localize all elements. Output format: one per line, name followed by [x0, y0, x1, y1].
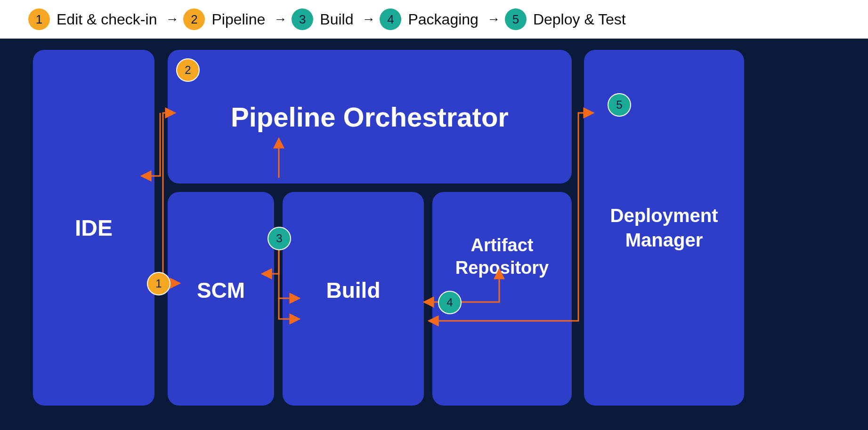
- box-ar-line1: Artifact: [471, 235, 533, 255]
- arrow-right-icon: →: [274, 12, 287, 27]
- flow-badge-3: 3: [268, 227, 291, 250]
- legend-label-2: Pipeline: [211, 11, 265, 28]
- box-po-label: Pipeline Orchestrator: [231, 101, 509, 133]
- legend-label-1: Edit & check-in: [57, 11, 157, 28]
- box-dm-line1: Deployment: [610, 205, 718, 226]
- flow-badge-2: 2: [176, 58, 200, 82]
- legend-label-3: Build: [320, 11, 353, 28]
- legend-bar: 1 Edit & check-in → 2 Pipeline → 3 Build…: [0, 0, 868, 39]
- legend-badge-1: 1: [28, 8, 50, 30]
- box-scm-label: SCM: [197, 278, 245, 303]
- box-ar-label: Artifact Repository: [455, 234, 549, 279]
- legend-item-2: 2 Pipeline →: [183, 8, 287, 30]
- arrow-right-icon: →: [487, 12, 500, 27]
- arrow-right-icon: →: [165, 12, 178, 27]
- legend-label-5: Deploy & Test: [533, 11, 626, 28]
- box-ide: IDE: [33, 50, 154, 406]
- box-dm-label: Deployment Manager: [610, 203, 718, 252]
- flow-badge-1: 1: [147, 272, 170, 295]
- box-ide-label: IDE: [75, 215, 113, 241]
- legend-item-4: 4 Packaging →: [380, 8, 500, 30]
- box-ar-line2: Repository: [455, 258, 549, 278]
- legend-badge-3: 3: [292, 8, 313, 30]
- diagram-stage: IDE Pipeline Orchestrator SCM Build Arti…: [0, 39, 868, 430]
- legend-badge-2: 2: [183, 8, 205, 30]
- flow-badge-5: 5: [608, 93, 631, 117]
- box-build-label: Build: [326, 278, 381, 303]
- box-dm-line2: Manager: [625, 230, 703, 250]
- box-scm: SCM: [168, 192, 274, 406]
- arrow-right-icon: →: [362, 12, 375, 27]
- legend-label-4: Packaging: [408, 11, 478, 28]
- legend-item-3: 3 Build →: [292, 8, 375, 30]
- box-pipeline-orchestrator: Pipeline Orchestrator: [168, 50, 572, 183]
- legend-badge-5: 5: [505, 8, 527, 30]
- legend-badge-4: 4: [380, 8, 401, 30]
- box-build: Build: [283, 192, 424, 406]
- flow-badge-4: 4: [438, 291, 462, 314]
- legend-item-1: 1 Edit & check-in →: [28, 8, 178, 30]
- legend-item-5: 5 Deploy & Test: [505, 8, 626, 30]
